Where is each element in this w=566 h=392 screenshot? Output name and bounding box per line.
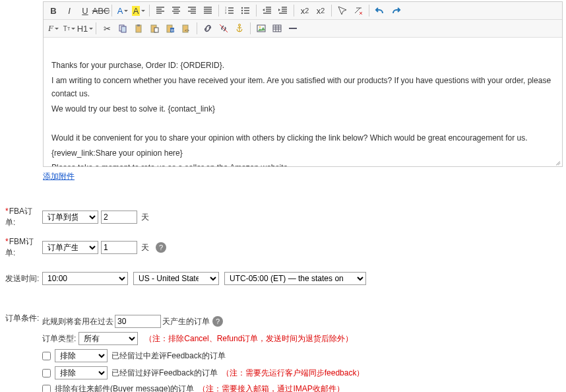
- svg-text:3: 3: [225, 11, 227, 15]
- add-attachment-link[interactable]: 添加附件: [43, 172, 75, 181]
- attach-area: 添加附件: [43, 171, 566, 182]
- fba-unit: 天: [141, 212, 149, 223]
- unordered-list-button[interactable]: [238, 3, 253, 18]
- superscript-button[interactable]: x2: [298, 3, 312, 18]
- unlink-button[interactable]: [216, 21, 231, 36]
- bold-button[interactable]: B: [46, 3, 61, 18]
- toolbar-row-1: B I U ABC A A 123 x2 x2: [44, 2, 562, 20]
- cond1-text: 已经留过中差评Feedback的订单: [111, 350, 226, 362]
- editor-line: Thanks for your purchase, Order ID: {ORD…: [51, 59, 554, 72]
- cond2-checkbox[interactable]: [42, 369, 51, 377]
- paste-html-button[interactable]: <>: [179, 21, 193, 36]
- editor-line: Would it be convenient for you to share …: [51, 131, 554, 145]
- redo-button[interactable]: [389, 3, 403, 18]
- cond1-checkbox[interactable]: [42, 352, 51, 360]
- editor-line: Please take a moment to rate us as a sel…: [51, 161, 554, 166]
- font-size-button[interactable]: TT: [62, 21, 77, 36]
- cond3-note: （注：需要接入邮箱，通过IMAP收邮件）: [198, 383, 344, 392]
- cond2-select[interactable]: 排除: [55, 366, 108, 379]
- rule-prefix: 此规则将套用在过去: [42, 316, 113, 327]
- cond2-text: 已经留过好评Feedback的订单: [111, 368, 218, 379]
- cond3-checkbox[interactable]: [42, 385, 51, 392]
- svg-point-19: [259, 26, 261, 28]
- align-justify-button[interactable]: [201, 3, 215, 18]
- align-center-button[interactable]: [169, 3, 183, 18]
- anchor-button[interactable]: [232, 21, 247, 36]
- svg-point-5: [241, 13, 243, 14]
- editor-line: [51, 117, 554, 130]
- image-button[interactable]: [254, 21, 268, 36]
- sendtime-label: 发送时间:: [5, 273, 42, 284]
- cut-button[interactable]: ✂: [100, 21, 114, 36]
- fba-when-select[interactable]: 订单到货后: [42, 211, 98, 224]
- svg-rect-11: [154, 28, 158, 32]
- svg-point-3: [241, 7, 243, 9]
- sendtime-country-select[interactable]: US - United States: [133, 272, 219, 285]
- order-type-select[interactable]: 所有: [79, 332, 138, 345]
- highlight-color-button[interactable]: A: [131, 3, 146, 18]
- font-color-button[interactable]: A: [115, 3, 130, 18]
- fbm-unit: 天: [141, 242, 149, 253]
- form-area: FBA订单: 订单到货后 天 FBM订单: 订单产生后 天 ? 发送时间: 10…: [0, 202, 566, 392]
- outdent-button[interactable]: [260, 3, 274, 18]
- svg-text:W: W: [171, 28, 174, 32]
- svg-rect-20: [273, 25, 281, 32]
- editor-content[interactable]: Thanks for your purchase, Order ID: {ORD…: [44, 38, 562, 166]
- order-type-note: （注：排除Cancel、Refund订单，发送时间为退货后除外）: [144, 333, 353, 344]
- conditions-label: 订单条件:: [5, 313, 42, 324]
- underline-button[interactable]: U: [78, 3, 92, 18]
- paste-button[interactable]: [131, 21, 146, 36]
- svg-rect-7: [121, 26, 126, 32]
- sendtime-tz-select[interactable]: UTC-05:00 (ET) — the states on the Atla: [224, 272, 366, 285]
- help-icon[interactable]: ?: [156, 242, 166, 253]
- paste-text-button[interactable]: [147, 21, 162, 36]
- editor-line: We would try our best to solve it. {cont…: [51, 102, 554, 115]
- resize-handle-icon[interactable]: [553, 157, 561, 165]
- editor-line: [51, 44, 554, 57]
- svg-point-4: [241, 10, 243, 11]
- editor-line: {review_link:Share your opinion here}: [51, 147, 554, 160]
- heading-button[interactable]: H1: [78, 21, 92, 36]
- order-type-label: 订单类型:: [42, 333, 76, 344]
- help-icon[interactable]: ?: [212, 316, 223, 327]
- svg-rect-9: [137, 24, 140, 26]
- rule-days-input[interactable]: [115, 315, 161, 328]
- align-left-button[interactable]: [153, 3, 168, 18]
- font-family-button[interactable]: F: [46, 21, 61, 36]
- rich-text-editor: B I U ABC A A 123 x2 x2 F TT H1 ✂: [43, 1, 563, 167]
- cond3-text: 排除有往来邮件(Buyer message)的订单: [55, 383, 194, 392]
- fba-days-input[interactable]: [101, 211, 137, 224]
- rule-suffix: 天产生的订单: [162, 316, 210, 327]
- fbm-days-input[interactable]: [101, 241, 137, 254]
- svg-text:<>: <>: [185, 28, 190, 32]
- table-button[interactable]: [270, 21, 284, 36]
- ordered-list-button[interactable]: 123: [222, 3, 237, 18]
- undo-button[interactable]: [373, 3, 387, 18]
- fba-label: FBA订单:: [5, 206, 42, 228]
- fbm-label: FBM订单:: [5, 236, 42, 259]
- sendtime-time-select[interactable]: 10:00: [42, 272, 128, 285]
- paste-word-button[interactable]: W: [163, 21, 177, 36]
- link-button[interactable]: [201, 21, 215, 36]
- italic-button[interactable]: I: [62, 3, 77, 18]
- select-all-button[interactable]: [335, 3, 350, 18]
- indent-button[interactable]: [276, 3, 290, 18]
- hr-button[interactable]: [286, 21, 300, 36]
- toolbar-row-2: F TT H1 ✂ W <>: [44, 20, 562, 38]
- strikethrough-button[interactable]: ABC: [94, 3, 108, 18]
- clear-format-button[interactable]: [351, 3, 365, 18]
- cond1-select[interactable]: 排除: [55, 349, 108, 362]
- copy-button[interactable]: [115, 21, 130, 36]
- fbm-when-select[interactable]: 订单产生后: [42, 241, 98, 254]
- subscript-button[interactable]: x2: [313, 3, 328, 18]
- editor-line: I am writing to concern whether you have…: [51, 74, 554, 101]
- cond2-note: （注：需要先运行客户端同步feedback）: [222, 368, 365, 379]
- align-right-button[interactable]: [185, 3, 199, 18]
